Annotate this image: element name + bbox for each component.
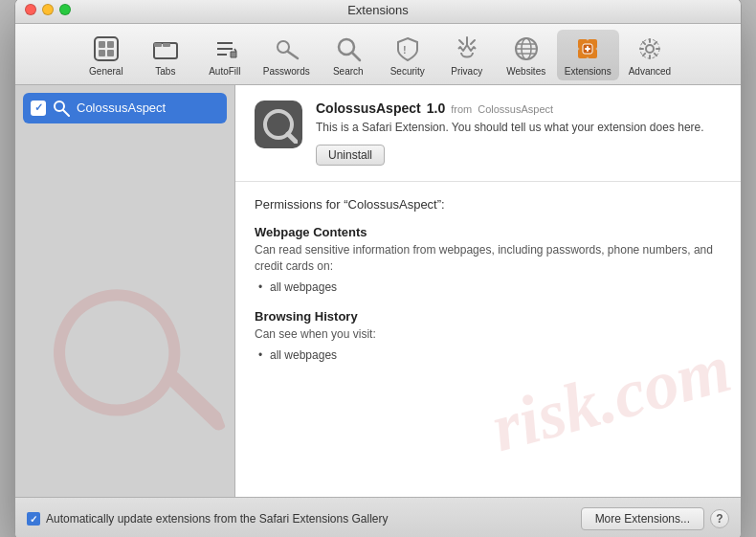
perm-list-0: all webpages (255, 280, 722, 294)
perm-item-1-0: all webpages (270, 348, 722, 362)
tabs-icon (150, 34, 181, 64)
svg-line-14 (352, 53, 360, 60)
svg-rect-7 (163, 43, 170, 47)
perm-list-1: all webpages (255, 348, 722, 362)
svg-rect-4 (107, 50, 114, 56)
perm-group-title-1: Browsing History (255, 309, 722, 324)
svg-line-12 (288, 52, 298, 58)
close-button[interactable] (25, 4, 36, 15)
websites-icon (511, 34, 542, 64)
svg-rect-2 (107, 41, 114, 48)
toolbar: General Tabs A (15, 24, 741, 85)
permission-group-0: Webpage Contents Can read sensitive info… (255, 225, 722, 294)
traffic-lights (25, 4, 71, 15)
toolbar-label-general: General (89, 66, 123, 77)
toolbar-item-advanced[interactable]: Advanced (621, 30, 678, 80)
auto-update-row: Automatically update extensions from the… (27, 512, 581, 526)
toolbar-label-extensions: Extensions (565, 66, 611, 77)
perm-group-title-0: Webpage Contents (255, 225, 722, 239)
sidebar-item-colossusaspect[interactable]: ColossusAspect (23, 93, 227, 123)
toolbar-label-advanced: Advanced (629, 66, 671, 77)
sidebar-item-checkbox[interactable] (31, 101, 46, 116)
passwords-icon (271, 34, 301, 64)
more-extensions-button[interactable]: More Extensions... (581, 507, 704, 530)
auto-update-label: Automatically update extensions from the… (46, 512, 389, 526)
auto-update-checkbox[interactable] (27, 512, 40, 526)
main-window: Extensions General (14, 0, 742, 537)
svg-point-26 (646, 45, 654, 53)
toolbar-label-tabs: Tabs (155, 66, 175, 77)
svg-point-30 (43, 280, 190, 427)
svg-line-29 (63, 110, 69, 116)
sidebar: ColossusAspect (15, 85, 235, 497)
sidebar-item-search-icon (52, 99, 71, 118)
security-icon: ! (392, 34, 423, 64)
extension-name: ColossusAspect (316, 101, 421, 116)
toolbar-label-search: Search (333, 66, 364, 77)
toolbar-item-passwords[interactable]: Passwords (256, 30, 318, 80)
toolbar-label-autofill: AutoFill (209, 66, 240, 77)
window-title: Extensions (347, 3, 409, 17)
toolbar-label-passwords: Passwords (263, 66, 310, 77)
extensions-icon (572, 34, 603, 64)
bottom-bar: Automatically update extensions from the… (15, 497, 741, 538)
sidebar-watermark (15, 243, 235, 496)
toolbar-item-privacy[interactable]: Privacy (438, 30, 496, 80)
svg-rect-1 (99, 41, 105, 48)
svg-rect-6 (154, 43, 162, 47)
svg-rect-0 (95, 37, 118, 60)
toolbar-label-websites: Websites (506, 66, 545, 77)
general-icon (91, 34, 122, 64)
toolbar-item-security[interactable]: ! Security (379, 30, 436, 80)
sidebar-item-label: ColossusAspect (77, 101, 166, 115)
extension-version: 1.0 (427, 101, 445, 116)
extension-name-row: ColossusAspect 1.0 from ColossusAspect (316, 101, 722, 116)
titlebar: Extensions (15, 0, 741, 24)
toolbar-item-search[interactable]: Search (320, 30, 377, 80)
toolbar-item-tabs[interactable]: Tabs (137, 30, 194, 80)
svg-rect-3 (99, 50, 105, 56)
extension-icon (255, 101, 302, 148)
toolbar-item-websites[interactable]: Websites (498, 30, 555, 80)
extension-header: ColossusAspect 1.0 from ColossusAspect T… (235, 85, 741, 183)
maximize-button[interactable] (59, 4, 71, 15)
detail-panel: ColossusAspect 1.0 from ColossusAspect T… (235, 85, 741, 497)
uninstall-button[interactable]: Uninstall (316, 145, 385, 166)
autofill-icon (210, 34, 240, 64)
toolbar-item-autofill[interactable]: AutoFill (196, 30, 254, 80)
toolbar-label-security: Security (390, 66, 425, 77)
permissions-title: Permissions for “ColossusAspect”: (255, 197, 722, 212)
toolbar-item-general[interactable]: General (78, 30, 135, 80)
perm-group-desc-1: Can see when you visit: (255, 326, 722, 343)
advanced-icon (634, 34, 665, 64)
svg-text:!: ! (403, 44, 407, 56)
search-icon (333, 34, 364, 64)
perm-item-0-0: all webpages (270, 280, 722, 294)
toolbar-item-extensions[interactable]: Extensions (557, 30, 619, 80)
perm-group-desc-0: Can read sensitive information from webp… (255, 242, 722, 275)
svg-line-33 (288, 134, 296, 142)
svg-line-31 (173, 369, 218, 432)
permission-group-1: Browsing History Can see when you visit:… (255, 309, 722, 362)
extension-source: from ColossusAspect (451, 103, 553, 115)
minimize-button[interactable] (42, 4, 54, 15)
extension-info: ColossusAspect 1.0 from ColossusAspect T… (316, 101, 722, 167)
toolbar-label-privacy: Privacy (451, 66, 482, 77)
permissions-section: Permissions for “ColossusAspect”: Webpag… (235, 182, 741, 392)
main-content: ColossusAspect (15, 85, 741, 497)
help-button[interactable]: ? (710, 509, 729, 528)
privacy-icon (452, 34, 482, 64)
extension-description: This is a Safari Extension. You should t… (316, 120, 722, 136)
bottom-buttons: More Extensions... ? (581, 507, 729, 530)
